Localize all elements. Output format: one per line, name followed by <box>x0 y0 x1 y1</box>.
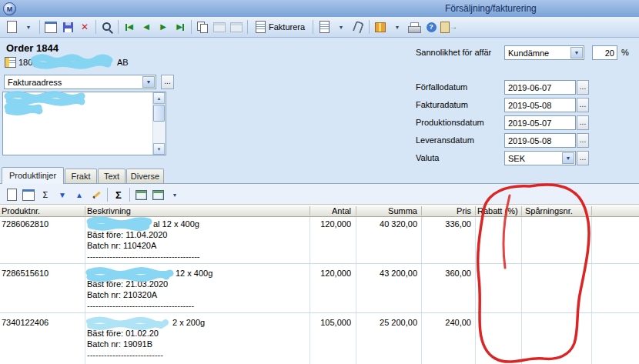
leveransdatum-field[interactable]: 2019-05-08 <box>504 133 576 148</box>
preview-grid-icon <box>213 22 226 32</box>
new-line-icon <box>7 189 17 201</box>
chevron-down-icon[interactable]: ▼ <box>562 152 574 164</box>
first-arrow-icon: ◀ <box>127 23 133 31</box>
list-card-icon <box>45 22 57 33</box>
address-more-button[interactable]: ... <box>161 75 174 89</box>
last-record-button[interactable]: ▶ <box>172 18 188 35</box>
open-line-button[interactable] <box>21 186 36 203</box>
chevron-down-icon[interactable]: ▼ <box>570 47 583 58</box>
fakturadatum-more-button[interactable]: ... <box>577 98 589 112</box>
delete-button[interactable]: ✕ <box>77 18 92 35</box>
previous-record-button[interactable]: ◀ <box>139 18 154 35</box>
search-icon <box>102 22 113 33</box>
table-icon <box>135 190 147 200</box>
table-row[interactable]: 7286062810 al 12 x 400g Bäst före: 11.04… <box>0 219 639 263</box>
forfallodatum-label: Förfallodatum <box>416 82 467 92</box>
insert-sum-button[interactable]: Σ <box>38 186 53 203</box>
report-button[interactable] <box>229 18 244 35</box>
table-menu-icon <box>152 190 164 200</box>
toolbar-separator <box>369 20 370 34</box>
valuta-value: SEK <box>508 154 525 163</box>
customer-name-suffix: AB <box>117 58 129 67</box>
package-dropdown-button[interactable]: ▼ <box>390 18 405 35</box>
insert-sum-icon: Σ <box>43 191 49 199</box>
first-record-button[interactable]: ◀ <box>122 18 137 35</box>
table-menu-dropdown-button[interactable]: ▼ <box>167 186 182 203</box>
preview-button[interactable] <box>212 18 227 35</box>
sum-button[interactable]: Σ <box>111 186 126 203</box>
column-antal[interactable]: Antal <box>293 206 351 215</box>
document-dropdown-button[interactable]: ▼ <box>333 18 349 35</box>
table-row[interactable]: 7340122406 2 x 200g Bäst före: 01.02.20 … <box>0 318 639 362</box>
cell-best-before: Bäst före: 11.04.2020 <box>87 230 167 239</box>
column-beskrivning[interactable]: Beskrivning <box>87 206 131 215</box>
edit-line-button[interactable] <box>89 186 104 203</box>
package-button[interactable] <box>373 18 388 35</box>
next-record-button[interactable]: ▶ <box>156 18 171 35</box>
cell-pris: 360,00 <box>420 269 471 278</box>
help-button[interactable]: ? <box>423 18 439 35</box>
chevron-down-icon: ▼ <box>172 192 178 198</box>
customer-card-icon <box>5 57 16 68</box>
paperclip-icon <box>353 21 364 34</box>
cell-description: 2 x 200g <box>172 318 205 327</box>
row-separator <box>0 312 639 313</box>
cell-description: 12 x 400g <box>176 269 212 278</box>
chevron-down-icon[interactable]: ▼ <box>142 76 155 88</box>
valuta-label: Valuta <box>416 153 439 162</box>
valuta-more-button[interactable]: ... <box>577 151 589 165</box>
fakturadatum-field[interactable]: 2019-05-08 <box>504 98 576 112</box>
column-rabatt[interactable]: Rabatt (%) <box>477 206 518 215</box>
produktionsdatum-field[interactable]: 2019-05-07 <box>504 115 576 130</box>
table-menu-button[interactable] <box>150 186 166 203</box>
address-type-combobox[interactable]: Fakturaadress ▼ <box>4 75 156 89</box>
tab-frakt[interactable]: Frakt <box>65 169 97 183</box>
move-line-down-button[interactable]: ▼ <box>55 186 70 203</box>
search-button[interactable] <box>99 18 115 35</box>
address-listbox[interactable]: ▲ ▼ <box>2 92 166 155</box>
cell-best-before: Bäst före: 01.02.20 <box>87 329 159 338</box>
address-scrollbar[interactable]: ▲ ▼ <box>152 92 166 155</box>
toolbar-separator <box>118 20 119 34</box>
open-list-button[interactable] <box>43 18 59 35</box>
link-table-button[interactable] <box>133 186 149 203</box>
new-dropdown-button[interactable]: ▼ <box>21 18 36 35</box>
move-line-up-button[interactable]: ▲ <box>72 186 87 203</box>
produktionsdatum-more-button[interactable]: ... <box>577 115 589 130</box>
chevron-down-icon: ▼ <box>339 25 344 30</box>
invoice-document-icon <box>256 21 266 33</box>
copy-button[interactable] <box>195 18 210 35</box>
table-body: 7286062810 al 12 x 400g Bäst före: 11.04… <box>0 217 639 364</box>
column-produktnr[interactable]: Produktnr. <box>2 206 40 215</box>
column-summa[interactable]: Summa <box>358 206 417 215</box>
forfallodatum-field[interactable]: 2019-06-07 <box>504 80 576 95</box>
main-toolbar: ▼ ✕ ◀ ◀ ▶ ▶ Fakturera ▼ ▼ ? → <box>0 17 639 38</box>
document-button[interactable] <box>316 18 332 35</box>
exit-button[interactable]: → <box>440 18 457 35</box>
table-row[interactable]: 7286515610 12 x 400g Bäst före: 21.03.20… <box>0 269 639 312</box>
attachment-button[interactable] <box>350 18 366 35</box>
help-icon: ? <box>427 22 437 32</box>
move-up-icon: ▲ <box>75 191 83 199</box>
tab-text[interactable]: Text <box>98 169 125 183</box>
new-line-button[interactable] <box>4 186 19 203</box>
cell-pris: 240,00 <box>420 318 471 327</box>
sannolikhet-combobox[interactable]: Kundämne ▼ <box>504 45 584 60</box>
tab-produktlinjer[interactable]: Produktlinjer <box>2 167 64 184</box>
print-button[interactable] <box>406 18 422 35</box>
save-button[interactable] <box>60 18 75 35</box>
row-separator <box>0 263 639 264</box>
fakturera-button[interactable]: Fakturera <box>251 18 309 35</box>
scroll-up-icon[interactable]: ▲ <box>153 92 165 104</box>
probability-percent-field[interactable]: 20 <box>592 45 617 60</box>
cell-dashes: -------------------------------------- <box>87 301 194 310</box>
tab-diverse[interactable]: Diverse <box>126 169 164 183</box>
leveransdatum-more-button[interactable]: ... <box>577 133 589 148</box>
scroll-down-icon[interactable]: ▼ <box>153 143 165 155</box>
column-sparningsnr[interactable]: Spårningsnr. <box>525 206 573 215</box>
valuta-combobox[interactable]: SEK ▼ <box>504 151 576 165</box>
forfallodatum-more-button[interactable]: ... <box>577 80 589 95</box>
column-pris[interactable]: Pris <box>420 206 471 215</box>
new-button[interactable] <box>4 18 19 35</box>
scrollbar-thumb[interactable] <box>153 105 165 122</box>
